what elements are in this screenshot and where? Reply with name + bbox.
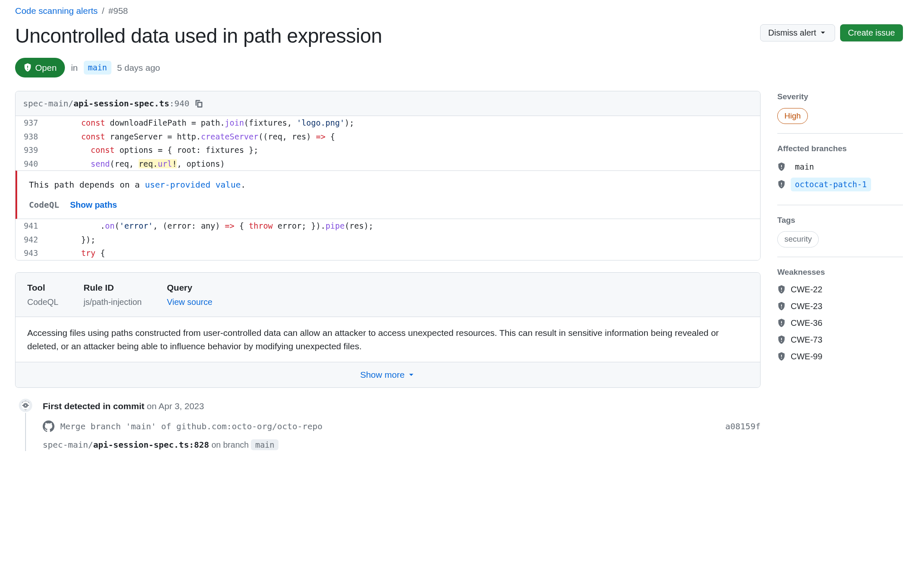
age-text: 5 days ago: [117, 61, 160, 75]
weakness-id: CWE-23: [791, 300, 823, 312]
code-line: .on('error', (error: any) => { throw err…: [45, 219, 760, 233]
breadcrumb-separator: /: [100, 6, 106, 15]
avatar-icon: [43, 420, 54, 432]
in-label: in: [71, 61, 77, 75]
line-number: 940: [15, 157, 45, 171]
show-paths-button[interactable]: Show paths: [70, 199, 117, 211]
line-number: 943: [15, 246, 45, 260]
dismiss-alert-button[interactable]: Dismiss alert: [760, 24, 835, 41]
code-table-post: 941 .on('error', (error: any) => { throw…: [15, 219, 760, 260]
on-branch-text: on branch: [211, 440, 251, 449]
alert-message-suffix: .: [241, 180, 246, 190]
code-line: send(req, req.url!, options): [45, 157, 760, 171]
weakness-item[interactable]: CWE-73: [777, 333, 903, 346]
shield-icon: [777, 335, 786, 344]
severity-pill: High: [777, 108, 808, 124]
shield-icon: [777, 319, 786, 327]
commit-sha[interactable]: a08159f: [725, 420, 761, 433]
affected-branches-label: Affected branches: [777, 143, 903, 155]
rule-id-label: Rule ID: [84, 281, 142, 294]
weakness-item[interactable]: CWE-36: [777, 317, 903, 329]
line-number: 938: [15, 130, 45, 144]
code-line: const options = { root: fixtures };: [45, 143, 760, 157]
shield-icon: [777, 162, 786, 171]
first-detected-label: First detected in commit: [43, 401, 144, 411]
tags-label: Tags: [777, 214, 903, 227]
severity-label: Severity: [777, 91, 903, 103]
branch-chip[interactable]: main: [251, 439, 278, 450]
code-table: 937 const downloadFilePath = path.join(f…: [15, 116, 760, 170]
query-label: Query: [167, 281, 212, 294]
shield-icon: [777, 285, 786, 294]
details-box: Tool CodeQL Rule ID js/path-injection Qu…: [15, 272, 761, 388]
copy-icon[interactable]: [194, 99, 204, 108]
shield-icon: [23, 63, 32, 72]
sidebar: Severity High Affected branches mainocto…: [777, 91, 903, 459]
affected-branch-item[interactable]: octocat-patch-1: [777, 178, 903, 191]
branch-chip[interactable]: main: [84, 61, 111, 75]
tool-label: Tool: [27, 281, 59, 294]
line-number: 941: [15, 219, 45, 233]
weakness-item[interactable]: CWE-22: [777, 283, 903, 296]
timeline: First detected in commit on Apr 3, 2023 …: [25, 400, 761, 451]
commit-icon: [21, 401, 30, 410]
create-issue-button[interactable]: Create issue: [840, 24, 903, 41]
view-source-link[interactable]: View source: [167, 297, 212, 307]
file-path[interactable]: spec-main/api-session-spec.ts:940: [23, 97, 189, 110]
status-line: Open in main 5 days ago: [15, 58, 903, 78]
weakness-id: CWE-73: [791, 333, 823, 346]
file-reference[interactable]: spec-main/api-session-spec.ts:828: [43, 440, 209, 450]
weakness-id: CWE-22: [791, 283, 823, 296]
inline-alert: This path depends on a user-provided val…: [15, 170, 760, 219]
breadcrumb-parent-link[interactable]: Code scanning alerts: [15, 6, 98, 15]
code-snippet-box: spec-main/api-session-spec.ts:940 937 co…: [15, 91, 761, 260]
show-more-button[interactable]: Show more: [15, 362, 760, 387]
details-description: Accessing files using paths constructed …: [15, 317, 760, 362]
code-line: try {: [45, 246, 760, 260]
weakness-id: CWE-99: [791, 350, 823, 363]
alert-tool-label: CodeQL: [29, 199, 59, 211]
shield-icon: [777, 352, 786, 361]
weakness-item[interactable]: CWE-23: [777, 300, 903, 312]
line-number: 939: [15, 143, 45, 157]
first-detected-date: on Apr 3, 2023: [147, 401, 204, 411]
tag-pill[interactable]: security: [777, 231, 819, 248]
branch-name: octocat-patch-1: [791, 178, 871, 191]
rule-id-value: js/path-injection: [84, 296, 142, 308]
weakness-item[interactable]: CWE-99: [777, 350, 903, 363]
line-number: 937: [15, 116, 45, 130]
code-line: const rangeServer = http.createServer((r…: [45, 130, 760, 144]
commit-message[interactable]: Merge branch 'main' of github.com:octo-o…: [60, 420, 322, 433]
weakness-id: CWE-36: [791, 317, 823, 329]
shield-icon: [777, 302, 786, 310]
alert-message-prefix: This path depends on a: [29, 180, 145, 190]
chevron-down-icon: [407, 371, 415, 379]
tool-value: CodeQL: [27, 296, 59, 308]
weaknesses-label: Weaknesses: [777, 266, 903, 279]
breadcrumb: Code scanning alerts / #958: [15, 0, 903, 18]
branch-name: main: [791, 160, 818, 174]
chevron-down-icon: [819, 28, 827, 37]
line-number: 942: [15, 233, 45, 247]
breadcrumb-current: #958: [108, 6, 128, 15]
shield-icon: [777, 180, 786, 188]
page-title: Uncontrolled data used in path expressio…: [15, 21, 753, 51]
code-line: });: [45, 233, 760, 247]
state-badge: Open: [15, 58, 65, 78]
affected-branch-item[interactable]: main: [777, 160, 903, 174]
code-line: const downloadFilePath = path.join(fixtu…: [45, 116, 760, 130]
alert-message-link[interactable]: user-provided value: [145, 180, 241, 190]
